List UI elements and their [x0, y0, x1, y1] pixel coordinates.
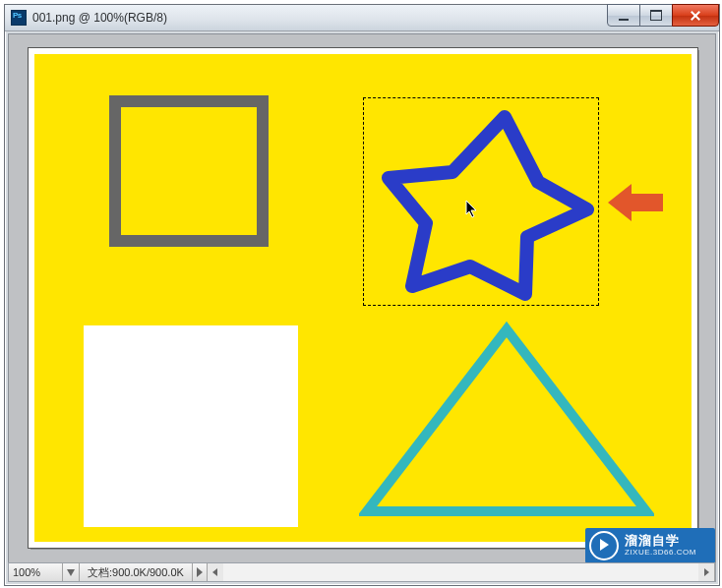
- teal-triangle-shape[interactable]: [359, 320, 654, 526]
- blue-star-shape[interactable]: [359, 99, 605, 316]
- window-controls: [608, 4, 719, 25]
- watermark-badge: 溜溜自学 ZIXUE.3D66.COM: [585, 528, 715, 563]
- svg-marker-0: [389, 117, 587, 294]
- doc-size-label[interactable]: 文档:900.0K/900.0K: [80, 563, 193, 581]
- play-icon: [589, 531, 619, 560]
- document-window: 001.png @ 100%(RGB/8): [4, 4, 720, 586]
- svg-marker-3: [608, 184, 663, 221]
- photoshop-icon: [11, 10, 27, 26]
- horizontal-scrollbar[interactable]: [208, 563, 715, 581]
- close-button[interactable]: [672, 4, 719, 27]
- mouse-cursor-icon: [465, 200, 479, 219]
- scroll-track[interactable]: [223, 563, 698, 581]
- annotation-arrow-icon: [608, 180, 663, 225]
- zoom-field[interactable]: 100%: [9, 563, 63, 581]
- grey-square-shape[interactable]: [109, 95, 269, 247]
- svg-marker-1: [367, 329, 646, 511]
- minimize-button[interactable]: [607, 4, 640, 27]
- canvas[interactable]: [34, 54, 692, 542]
- statusbar: 100% 文档:900.0K/900.0K: [8, 562, 716, 582]
- document-viewport[interactable]: [8, 33, 716, 563]
- watermark-sub-text: ZIXUE.3D66.COM: [625, 549, 696, 558]
- svg-marker-2: [466, 201, 476, 217]
- scroll-left-button[interactable]: [208, 563, 223, 581]
- doc-info-menu-button[interactable]: [193, 563, 208, 581]
- scroll-right-button[interactable]: [698, 563, 714, 581]
- document-title: 001.png @ 100%(RGB/8): [32, 11, 167, 25]
- titlebar[interactable]: 001.png @ 100%(RGB/8): [5, 5, 719, 31]
- white-rectangle-shape[interactable]: [84, 325, 298, 527]
- zoom-menu-button[interactable]: [63, 563, 80, 581]
- canvas-frame: [29, 48, 697, 548]
- watermark-main-text: 溜溜自学: [625, 534, 696, 548]
- maximize-button[interactable]: [639, 4, 673, 27]
